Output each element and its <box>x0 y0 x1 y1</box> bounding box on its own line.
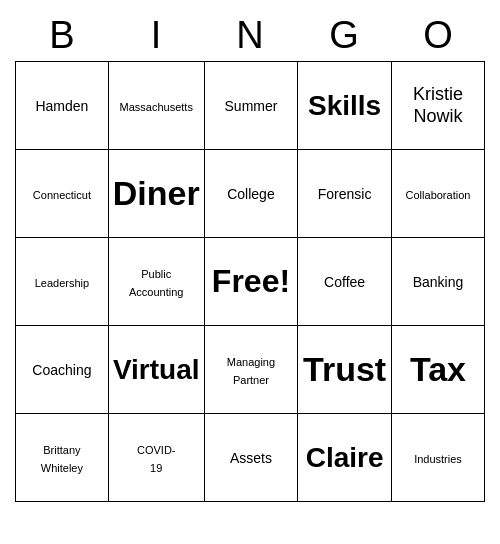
table-row: ConnecticutDinerCollegeForensicCollabora… <box>16 150 485 238</box>
bingo-cell: Banking <box>391 238 484 326</box>
cell-text: Diner <box>113 174 200 212</box>
table-row: CoachingVirtualManagingPartnerTrustTax <box>16 326 485 414</box>
bingo-cell: Leadership <box>16 238 109 326</box>
bingo-cell: Claire <box>298 414 392 502</box>
header-letter: O <box>391 10 485 61</box>
bingo-header: BINGO <box>15 10 485 61</box>
table-row: HamdenMassachusettsSummerSkillsKristieNo… <box>16 62 485 150</box>
bingo-cell: ManagingPartner <box>204 326 298 414</box>
cell-text: BrittanyWhiteley <box>41 444 83 474</box>
cell-text: Connecticut <box>33 189 91 201</box>
bingo-cell: Tax <box>391 326 484 414</box>
cell-text: Summer <box>225 98 278 114</box>
cell-text: Leadership <box>35 277 89 289</box>
cell-text: College <box>227 186 274 202</box>
bingo-cell: Assets <box>204 414 298 502</box>
bingo-cell: Connecticut <box>16 150 109 238</box>
bingo-cell: Diner <box>108 150 204 238</box>
header-letter: G <box>297 10 391 61</box>
bingo-cell: Coffee <box>298 238 392 326</box>
cell-text: Collaboration <box>406 189 471 201</box>
cell-text: Claire <box>306 442 384 473</box>
bingo-grid: HamdenMassachusettsSummerSkillsKristieNo… <box>15 61 485 502</box>
bingo-cell: College <box>204 150 298 238</box>
header-letter: I <box>109 10 203 61</box>
bingo-cell: Coaching <box>16 326 109 414</box>
bingo-cell: Trust <box>298 326 392 414</box>
cell-text: Industries <box>414 453 462 465</box>
cell-text: Assets <box>230 450 272 466</box>
cell-text: Tax <box>410 350 466 388</box>
cell-text: Hamden <box>35 98 88 114</box>
bingo-cell: Massachusetts <box>108 62 204 150</box>
cell-text: Banking <box>413 274 464 290</box>
cell-text: ManagingPartner <box>227 356 275 386</box>
table-row: BrittanyWhiteleyCOVID-19AssetsClaireIndu… <box>16 414 485 502</box>
cell-text: KristieNowik <box>413 84 463 126</box>
bingo-card: BINGO HamdenMassachusettsSummerSkillsKri… <box>15 10 485 502</box>
cell-text: Coffee <box>324 274 365 290</box>
header-letter: N <box>203 10 297 61</box>
cell-text: Forensic <box>318 186 372 202</box>
bingo-cell: Summer <box>204 62 298 150</box>
cell-text: COVID-19 <box>137 444 176 474</box>
bingo-cell: Skills <box>298 62 392 150</box>
bingo-cell: Industries <box>391 414 484 502</box>
bingo-cell: BrittanyWhiteley <box>16 414 109 502</box>
cell-text: Skills <box>308 90 381 121</box>
cell-text: Coaching <box>32 362 91 378</box>
header-letter: B <box>15 10 109 61</box>
bingo-cell: Free! <box>204 238 298 326</box>
cell-text: Virtual <box>113 354 200 385</box>
table-row: LeadershipPublicAccountingFree!CoffeeBan… <box>16 238 485 326</box>
bingo-cell: Hamden <box>16 62 109 150</box>
cell-text: Free! <box>212 263 290 299</box>
bingo-cell: PublicAccounting <box>108 238 204 326</box>
cell-text: PublicAccounting <box>129 268 183 298</box>
cell-text: Massachusetts <box>120 101 193 113</box>
cell-text: Trust <box>303 350 386 388</box>
bingo-cell: KristieNowik <box>391 62 484 150</box>
bingo-cell: Collaboration <box>391 150 484 238</box>
bingo-cell: Forensic <box>298 150 392 238</box>
bingo-cell: Virtual <box>108 326 204 414</box>
bingo-cell: COVID-19 <box>108 414 204 502</box>
